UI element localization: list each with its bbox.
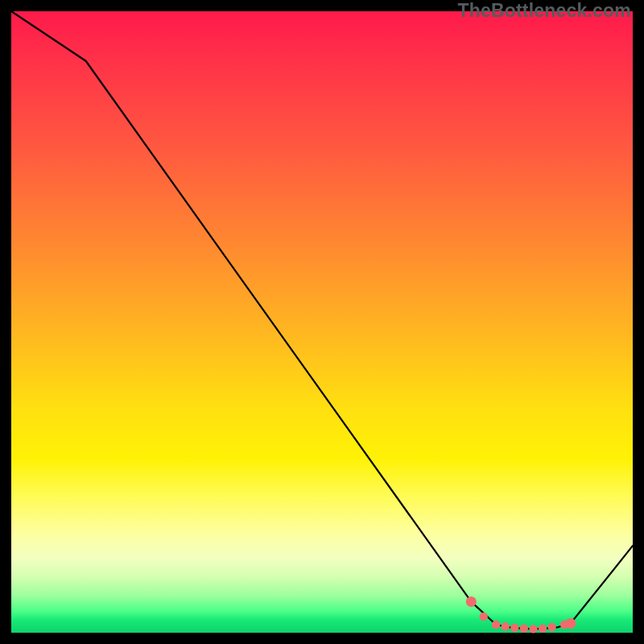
bottleneck-marker (529, 625, 537, 633)
watermark-text: TheBottleneck.com (457, 0, 631, 22)
bottleneck-marker (520, 624, 528, 632)
bottleneck-line-group (11, 11, 633, 629)
chart-frame: TheBottleneck.com (0, 0, 644, 644)
bottleneck-marker (502, 622, 510, 630)
bottleneck-marker (565, 618, 576, 629)
chart-svg (11, 11, 633, 633)
bottleneck-marker (466, 597, 477, 607)
bottleneck-marker (547, 623, 555, 631)
bottleneck-marker (510, 624, 518, 632)
bottleneck-marker (539, 624, 547, 632)
bottleneck-marker (480, 613, 488, 621)
bottleneck-marker (492, 621, 500, 629)
bottleneck-line (11, 11, 633, 629)
